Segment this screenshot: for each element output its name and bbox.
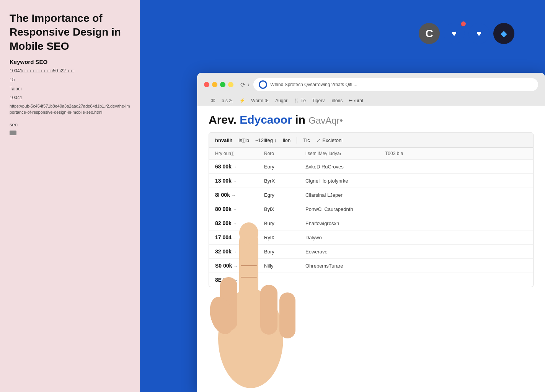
table-row: 32 00k → Bory Eowerave (209, 245, 533, 259)
col3-4: PonwΩ_Caurapednth (305, 206, 382, 212)
deco-circle-4: ◆ (493, 23, 514, 44)
col3-6: Dalywo (305, 235, 382, 240)
browser-tabs-bar: ⌘ b s z₁ ⚡ Worm·d₁ Augpr 🍴 Tē Tigerv. nl… (204, 95, 538, 106)
content-title: Arev. Edycaoor in GavAqr• (209, 113, 534, 126)
tab-te[interactable]: 🍴 Tē (294, 98, 306, 106)
col3-5: Ehalfowigrosxn (305, 220, 382, 226)
header-lstb[interactable]: ls⌶lb (239, 137, 250, 143)
keyword-label: Keyword SEO (10, 59, 130, 65)
svg-point-6 (206, 294, 238, 337)
svg-rect-5 (279, 292, 295, 338)
col3-2: Clgne⊩lo ptolynrke (305, 178, 382, 184)
col2-3: Egry (264, 192, 302, 198)
table-header: hnvalih ls⌶lb ~12lifeg ↓ lion Tlc ⟋ Exci… (209, 133, 533, 148)
sub-header-1: Hry oun⌶ (215, 151, 261, 156)
tab-worm[interactable]: Worm·d₁ (251, 98, 269, 106)
data-table: hnvalih ls⌶lb ~12lifeg ↓ lion Tlc ⟋ Exci… (209, 132, 534, 287)
table-row: 8I 00k → Egry Cllarsinal LJeper (209, 188, 533, 202)
col2-7: Bory (264, 249, 302, 255)
tab-ural[interactable]: ⊢ ‹ural (349, 98, 363, 106)
tab-2[interactable]: ⚡ (239, 98, 245, 106)
col3-3: Cllarsinal LJeper (305, 192, 382, 198)
table-row: 13 00k → ByrX Clgne⊩lo ptolynrke (209, 174, 533, 188)
meta-line1: 10041□□□□□□□□□□□50□22□□□ (10, 67, 130, 75)
table-row: S0 00k → Nilly OhrepemsTurare (209, 259, 533, 273)
title-part2: Edycaoor (240, 113, 292, 126)
sub-header-2: Roro (264, 151, 302, 156)
forward-icon[interactable]: › (248, 81, 250, 88)
browser-chrome: ⟳ › Whind Sprotech Qvsarrowing ?rnats Qi… (197, 73, 545, 106)
table-row: 80 00k → BylX PonwΩ_Caurapednth (209, 202, 533, 216)
tab-nloirs[interactable]: nloirs (332, 98, 343, 106)
extra-button[interactable] (228, 82, 233, 87)
deco-circle-2: ♥ (444, 23, 465, 44)
table-row: 17 004 ↓ RylX Dalywo (209, 230, 533, 245)
rank-9: 8E 00k → (215, 277, 261, 283)
table-row: 68 00k → Eory ΔvkeD RuCroves (209, 160, 533, 174)
address-text: Whind Sprotech Qvsarrowing ?rnats Qitl .… (270, 82, 357, 87)
tab-0[interactable]: ⌘ (211, 98, 215, 106)
right-panel: C ♥ ♥ ◆ ⟳ › (140, 0, 545, 392)
col3-1: ΔvkeD RuCroves (305, 164, 382, 170)
address-bar[interactable]: Whind Sprotech Qvsarrowing ?rnats Qitl .… (253, 78, 538, 91)
header-lion[interactable]: lion (283, 137, 290, 143)
sub-header-3: l sem lMey ludya₁ (305, 151, 382, 156)
svg-point-0 (218, 289, 283, 388)
browser-controls: ⟳ › Whind Sprotech Qvsarrowing ?rnats Qi… (204, 78, 538, 91)
deco-circle-1: C (419, 23, 440, 44)
col3-8: OhrepemsTurare (305, 263, 382, 269)
browser-window: ⟳ › Whind Sprotech Qvsarrowing ?rnats Qi… (197, 73, 545, 392)
close-button[interactable] (204, 82, 209, 87)
table-row: 8E 00k → (209, 273, 533, 287)
col2-4: BylX (264, 206, 302, 212)
col3-7: Eowerave (305, 249, 382, 255)
table-row: 82 00k → Bury Ehalfowigrosxn (209, 216, 533, 230)
browser-content: Arev. Edycaoor in GavAqr• hnvalih ls⌶lb … (197, 106, 545, 295)
rank-4: 80 00k → (215, 206, 261, 212)
col2-5: Bury (264, 220, 302, 226)
col2-8: Nilly (264, 263, 302, 269)
col2-1: Eory (264, 164, 302, 170)
title-part4: GavAqr• (308, 115, 343, 126)
nav-buttons: ⟳ › (240, 81, 250, 88)
rank-1: 68 00k → (215, 163, 261, 170)
rank-2: 13 00k → (215, 178, 261, 184)
table-sub-header: Hry oun⌶ Roro l sem lMey ludya₁ T003 b a (209, 148, 533, 160)
tab-augpr[interactable]: Augpr (275, 98, 287, 106)
rank-8: S0 00k → (215, 263, 261, 269)
notification-dot (461, 22, 465, 26)
browser-icon (259, 80, 267, 89)
header-12lifeg[interactable]: ~12lifeg ↓ (255, 137, 277, 143)
header-divider (297, 137, 297, 144)
back-icon[interactable]: ⟳ (240, 81, 245, 88)
article-title: The Importance of Responsive Design in M… (10, 11, 130, 53)
tab-1[interactable]: b s z₁ (222, 98, 233, 106)
col2-2: ByrX (264, 178, 302, 184)
article-url: https://pub-5c454f571b8e40a3a2aad27ade84… (10, 103, 130, 116)
deco-circle-3: ♥ (468, 23, 490, 44)
tab-tiger[interactable]: Tigerv. (312, 98, 325, 106)
sub-header-4: T003 b a (385, 151, 431, 156)
meta-line2: 15 (10, 76, 130, 83)
rank-5: 82 00k → (215, 220, 261, 226)
tag-icon-square (10, 130, 130, 136)
header-hnvalih[interactable]: hnvalih (215, 137, 233, 143)
header-excietoni[interactable]: ⟋ Excietoni (316, 137, 343, 143)
header-tlc[interactable]: Tlc (303, 137, 310, 143)
rank-6: 17 004 ↓ (215, 234, 261, 240)
traffic-lights (204, 82, 233, 87)
top-decoration: C ♥ ♥ ◆ (419, 23, 514, 44)
maximize-button[interactable] (220, 82, 225, 87)
rank-7: 32 00k → (215, 248, 261, 255)
meta-line4: 10041 (10, 94, 130, 101)
rank-3: 8I 00k → (215, 192, 261, 198)
meta-line3: Taipei (10, 85, 130, 93)
left-panel: The Importance of Responsive Design in M… (0, 0, 140, 392)
tag-icon (10, 131, 16, 135)
title-part3: in (292, 113, 308, 126)
sub-header-5 (434, 151, 472, 156)
col2-6: RylX (264, 235, 302, 240)
tag-seo: seo (10, 122, 130, 127)
minimize-button[interactable] (212, 82, 217, 87)
title-part1: Arev. (209, 113, 240, 126)
